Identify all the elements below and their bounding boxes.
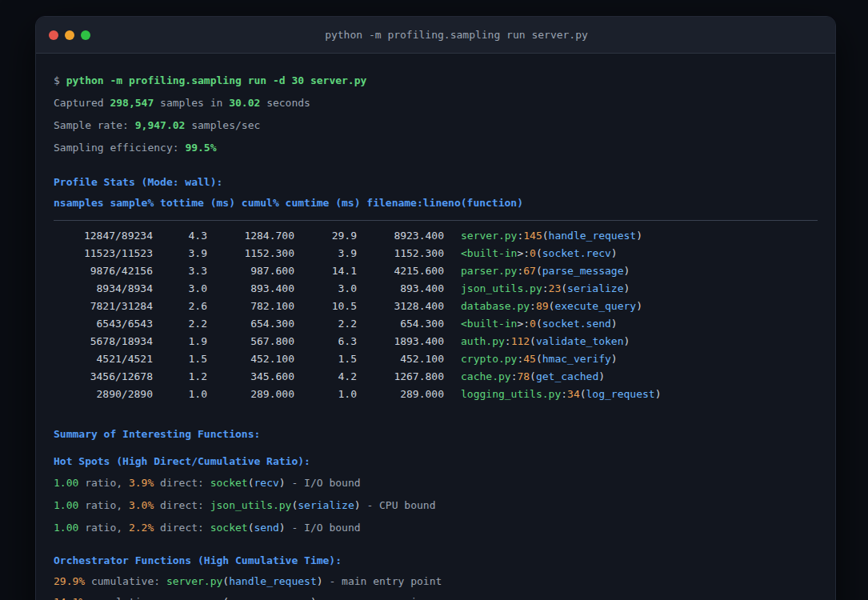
punct-rparen: ): [624, 335, 630, 347]
function-name: hmac_verify: [542, 353, 611, 365]
efficiency-label: Sampling efficiency:: [54, 142, 185, 154]
nsamples-value: 12847/89234: [54, 227, 153, 245]
role-note: - message parsing: [317, 596, 430, 600]
profile-stats-title: Profile Stats (Mode: wall):: [54, 172, 818, 193]
traffic-lights: [49, 30, 90, 40]
module-name: json_utils.py: [210, 499, 292, 511]
file-name: auth.py: [461, 335, 505, 347]
file-name: database.py: [461, 300, 530, 312]
function-location: <built-in>:0(socket.send): [444, 318, 618, 330]
tottime-value: 782.100: [207, 298, 294, 315]
prompt-symbol: $: [54, 74, 66, 86]
cumul-pct-value: 10.5: [294, 298, 357, 315]
punct-lparen: (: [248, 522, 254, 534]
efficiency-line: Sampling efficiency: 99.5%: [54, 137, 818, 159]
function-name: handle_request: [229, 575, 317, 587]
line-number: 0: [530, 318, 536, 330]
sample-pct-value: 1.0: [153, 386, 207, 403]
close-button[interactable]: [49, 30, 58, 40]
hot-spot-item: 1.00 ratio, 2.2% direct: socket(send) - …: [54, 517, 818, 539]
punct-colon: :: [561, 388, 567, 400]
cumtime-value: 8923.400: [357, 227, 444, 245]
nsamples-value: 7821/31284: [54, 298, 153, 315]
file-name: logging_utils.py: [461, 388, 561, 400]
line-number: 89: [536, 300, 549, 312]
file-name: json_utils.py: [461, 282, 542, 294]
function-name: send: [254, 522, 279, 534]
cumtime-value: 1267.800: [357, 368, 444, 386]
ratio-label: ratio,: [78, 477, 129, 489]
orchestrator-title: Orchestrator Functions (High Cumulative …: [54, 550, 818, 571]
punct-lparen: (: [536, 265, 542, 277]
punct-rparen: ): [611, 353, 618, 365]
function-name: socket.send: [542, 318, 611, 330]
cumul-pct-value: 1.5: [294, 350, 357, 368]
table-row: 3456/126781.2345.6004.21267.800cache.py:…: [54, 368, 818, 386]
punct-lparen: (: [530, 370, 536, 382]
duration-value: 30.02: [229, 97, 260, 109]
function-location: server.py:145(handle_request): [444, 230, 642, 242]
line-number: 145: [523, 230, 542, 242]
direct-pct: 3.9%: [129, 477, 154, 489]
captured-label: seconds: [260, 97, 310, 109]
cumul-pct-value: 1.0: [294, 386, 357, 403]
table-row: 9876/421563.3987.60014.14215.600parser.p…: [54, 262, 818, 280]
summary-title: Summary of Interesting Functions:: [54, 424, 818, 445]
nsamples-value: 11523/11523: [54, 245, 153, 262]
line-number: 45: [523, 353, 536, 365]
function-name: recv: [254, 477, 279, 489]
punct-rparen: ): [354, 499, 361, 511]
nsamples-value: 8934/8934: [54, 280, 153, 298]
bound-note: - I/O bound: [286, 477, 361, 489]
punct-rparen: ): [611, 318, 618, 330]
nsamples-value: 4521/4521: [54, 350, 153, 368]
function-name: get_cached: [536, 370, 598, 382]
cumulative-pct: 14.1%: [54, 596, 85, 600]
cumtime-value: 893.400: [357, 280, 444, 298]
header-divider: [54, 220, 818, 221]
bound-note: - CPU bound: [361, 499, 436, 511]
terminal-content[interactable]: $ python -m profiling.sampling run -d 30…: [36, 54, 835, 600]
function-location: cache.py:78(get_cached): [444, 370, 605, 382]
module-name: server.py: [166, 575, 222, 587]
minimize-button[interactable]: [65, 30, 74, 40]
file-name: server.py: [461, 230, 517, 242]
punct-lparen: (: [561, 282, 567, 294]
line-number: 112: [511, 335, 530, 347]
command-line: $ python -m profiling.sampling run -d 30…: [54, 70, 818, 92]
function-name: serialize: [298, 499, 354, 511]
punct-lparen: (: [530, 335, 536, 347]
function-location: json_utils.py:23(serialize): [444, 282, 630, 294]
function-name: handle_request: [549, 230, 637, 242]
punct-lparen: (: [536, 318, 542, 330]
terminal-window: python -m profiling.sampling run server.…: [35, 16, 836, 600]
captured-line: Captured 298,547 samples in 30.02 second…: [54, 92, 818, 114]
sample-pct-value: 1.9: [153, 333, 207, 350]
line-number: 23: [549, 282, 562, 294]
tottime-value: 452.100: [207, 350, 294, 368]
nsamples-value: 5678/18934: [54, 333, 153, 350]
sample-pct-value: 3.0: [153, 280, 207, 298]
module-name: parser.py: [166, 596, 222, 600]
zoom-button[interactable]: [81, 30, 90, 40]
table-row: 8934/89343.0893.4003.0893.400json_utils.…: [54, 280, 818, 298]
function-name: socket.recv: [542, 247, 611, 259]
direct-pct: 2.2%: [129, 522, 154, 534]
function-name: log_request: [586, 388, 655, 400]
sample-rate-line: Sample rate: 9,947.02 samples/sec: [54, 114, 818, 137]
cumtime-value: 1893.400: [357, 333, 444, 350]
punct-rparen: ): [636, 230, 642, 242]
cumul-pct-value: 3.9: [294, 245, 357, 262]
punct-rparen: ): [279, 522, 286, 534]
cumtime-value: 289.000: [357, 386, 444, 403]
tottime-value: 289.000: [207, 386, 294, 403]
punct-rparen: ): [655, 388, 662, 400]
titlebar[interactable]: python -m profiling.sampling run server.…: [36, 17, 835, 54]
module-name: socket: [210, 477, 248, 489]
table-row: 4521/45211.5452.1001.5452.100crypto.py:4…: [54, 350, 818, 368]
punct-rparen: ): [611, 247, 618, 259]
function-location: auth.py:112(validate_token): [444, 335, 630, 347]
cumulative-pct: 29.9%: [54, 575, 85, 587]
file-name: parser.py: [461, 265, 517, 277]
line-number: 67: [523, 265, 536, 277]
